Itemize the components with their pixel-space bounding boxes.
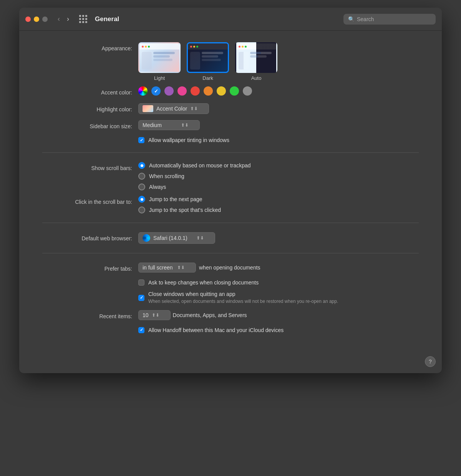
close-windows-control: ✓ Close windows when quitting an app Whe… [138, 291, 419, 305]
highlight-color-control: Accent Color ⬆⬇ [138, 103, 419, 114]
divider-2 [42, 223, 419, 223]
prefer-tabs-control: in full screen ⬆⬇ when opening documents [138, 263, 419, 273]
ask-keep-control: Ask to keep changes when closing documen… [138, 279, 419, 286]
tabs-chevron-icon: ⬆⬇ [177, 265, 185, 270]
highlight-color-row: Highlight color: Accent Color ⬆⬇ [42, 103, 419, 115]
content-area: Appearance: [19, 31, 442, 354]
close-button[interactable] [25, 17, 31, 22]
browser-chevron-icon: ⬆⬇ [196, 235, 204, 241]
back-button[interactable]: ‹ [55, 13, 62, 25]
nav-buttons: ‹ › [55, 13, 71, 25]
search-icon: 🔍 [348, 16, 355, 22]
scroll-always-row: Always [138, 183, 251, 190]
appearance-thumbs: Light [138, 42, 277, 81]
handoff-text: Allow Handoff between this Mac and your … [148, 327, 284, 333]
highlight-color-value: Accent Color [156, 106, 187, 112]
handoff-checkbox-row: ✓ Allow Handoff between this Mac and you… [138, 327, 284, 333]
accent-red[interactable] [191, 86, 200, 96]
scroll-section: Show scroll bars: Automatically based on… [42, 162, 419, 213]
auto-label: Auto [251, 75, 262, 81]
accent-pink[interactable] [177, 86, 187, 96]
ask-keep-checkbox-row: Ask to keep changes when closing documen… [138, 279, 259, 286]
scroll-auto-radio[interactable] [138, 162, 145, 169]
show-scroll-bars-control: Automatically based on mouse or trackpad… [138, 162, 419, 190]
wallpaper-tinting-text: Allow wallpaper tinting in windows [148, 137, 229, 143]
sidebar-icon-size-control: Medium ⬆⬇ [138, 120, 419, 130]
light-label: Light [154, 75, 165, 81]
scroll-when-scrolling-label: When scrolling [149, 173, 184, 179]
close-windows-row: ✓ Close windows when quitting an app Whe… [42, 291, 419, 305]
scroll-always-radio[interactable] [138, 183, 145, 190]
wallpaper-tinting-checkbox[interactable]: ✓ [138, 137, 144, 143]
main-window: ‹ › General 🔍 Appearance: [19, 8, 442, 373]
recent-items-row: Recent items: 10 ⬆⬇ Documents, Apps, and… [42, 310, 419, 322]
highlight-color-dropdown[interactable]: Accent Color ⬆⬇ [138, 103, 209, 114]
click-scroll-bar-group: Jump to the next page Jump to the spot t… [138, 196, 221, 213]
default-browser-value: Safari (14.0.1) [153, 235, 187, 241]
fullscreen-button[interactable] [42, 17, 48, 22]
appearance-control: Light [138, 42, 419, 81]
appearance-label: Appearance: [42, 42, 138, 54]
recent-items-value: 10 [143, 312, 149, 318]
dark-thumb [187, 42, 229, 73]
handoff-checkbox[interactable]: ✓ [138, 327, 144, 333]
accent-yellow[interactable] [217, 86, 226, 96]
divider-3 [42, 253, 419, 253]
accent-graphite[interactable] [243, 86, 252, 96]
appearance-dark[interactable]: Dark [187, 42, 229, 81]
accent-colors [138, 86, 252, 96]
wallpaper-tinting-control: ✓ Allow wallpaper tinting in windows [138, 137, 419, 143]
scroll-when-scrolling-radio[interactable] [138, 173, 145, 180]
ask-keep-checkbox[interactable] [138, 279, 144, 286]
prefer-tabs-value: in full screen [143, 264, 173, 271]
wallpaper-tinting-row: ✓ Allow wallpaper tinting in windows [42, 137, 419, 143]
jump-next-row: Jump to the next page [138, 196, 221, 203]
handoff-label [42, 327, 138, 328]
forward-button[interactable]: › [65, 13, 71, 25]
handoff-row: ✓ Allow Handoff between this Mac and you… [42, 327, 419, 333]
jump-next-radio[interactable] [138, 196, 145, 203]
close-windows-checkbox[interactable]: ✓ [138, 295, 144, 301]
ask-keep-label [42, 279, 138, 280]
jump-spot-row: Jump to the spot that's clicked [138, 207, 221, 213]
sidebar-icon-size-dropdown[interactable]: Medium ⬆⬇ [138, 120, 200, 130]
tabs-section: Prefer tabs: in full screen ⬆⬇ when open… [42, 263, 419, 333]
close-windows-label [42, 291, 138, 292]
accent-orange[interactable] [204, 86, 213, 96]
accent-multicolor[interactable] [138, 86, 148, 96]
check-icon: ✓ [140, 138, 143, 143]
search-input[interactable] [357, 16, 431, 22]
sidebar-icon-size-dropdown-wrapper: Medium ⬆⬇ [138, 120, 200, 130]
appearance-light[interactable]: Light [138, 42, 181, 81]
divider-1 [42, 152, 419, 153]
help-button[interactable]: ? [425, 356, 436, 367]
accent-green[interactable] [230, 86, 239, 96]
help-icon: ? [429, 359, 432, 365]
close-windows-subtext: When selected, open documents and window… [148, 298, 338, 305]
recent-items-stepper[interactable]: 10 ⬆⬇ [138, 310, 171, 320]
search-bar[interactable]: 🔍 [343, 14, 436, 25]
accent-blue[interactable] [151, 86, 161, 96]
appearance-section: Appearance: [42, 42, 419, 143]
light-thumb [138, 42, 181, 73]
minimize-button[interactable] [34, 17, 39, 22]
recent-items-chevron-icon: ⬆⬇ [152, 312, 159, 318]
close-windows-text: Close windows when quitting an app [148, 291, 338, 297]
browser-section: Default web browser: Safari (14.0.1) ⬆⬇ [42, 232, 419, 244]
grid-icon[interactable] [79, 15, 87, 23]
ask-keep-text: Ask to keep changes when closing documen… [148, 279, 259, 286]
click-scroll-bar-control: Jump to the next page Jump to the spot t… [138, 196, 419, 213]
accent-purple[interactable] [164, 86, 174, 96]
default-browser-dropdown[interactable]: Safari (14.0.1) ⬆⬇ [138, 232, 215, 244]
check-icon-3: ✓ [140, 327, 143, 332]
prefer-tabs-suffix: when opening documents [199, 264, 260, 271]
close-windows-checkbox-row: ✓ Close windows when quitting an app Whe… [138, 291, 338, 305]
appearance-auto[interactable]: Auto [235, 42, 277, 81]
auto-thumb [235, 42, 277, 73]
jump-spot-radio[interactable] [138, 207, 145, 213]
click-scroll-bar-row: Click in the scroll bar to: Jump to the … [42, 196, 419, 213]
prefer-tabs-dropdown[interactable]: in full screen ⬆⬇ [138, 263, 196, 273]
default-browser-dropdown-wrapper: Safari (14.0.1) ⬆⬇ [138, 232, 215, 244]
sidebar-icon-size-label: Sidebar icon size: [42, 120, 138, 132]
sidebar-icon-size-value: Medium [143, 122, 162, 128]
